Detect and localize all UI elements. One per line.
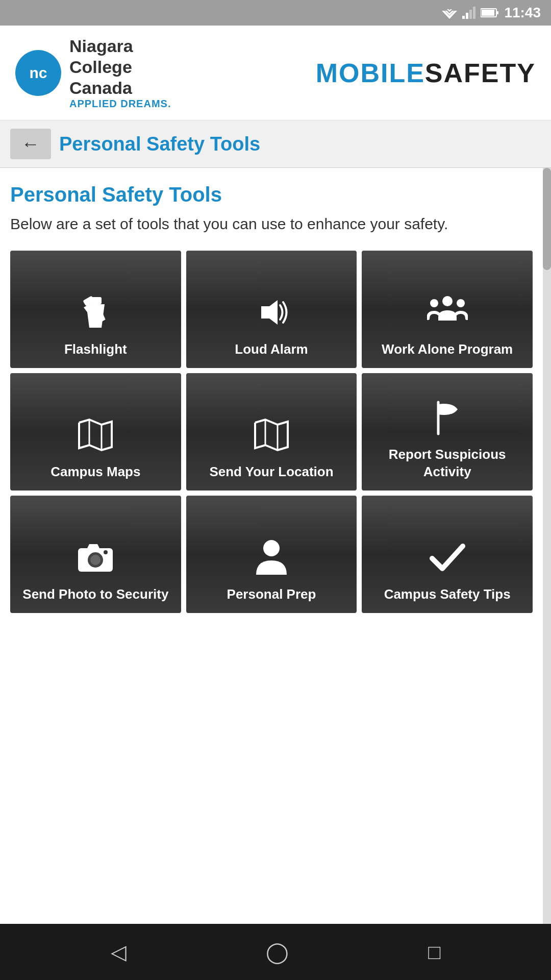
camera-icon — [75, 537, 116, 578]
logo-initials: nc — [29, 64, 47, 82]
tool-tile-send-location[interactable]: Send Your Location — [186, 373, 357, 491]
flag-icon — [427, 397, 468, 438]
college-tagline: APPLIED DREAMS. — [69, 98, 171, 110]
svg-point-27 — [263, 540, 280, 556]
svg-point-25 — [90, 555, 101, 565]
flashlight-icon — [75, 292, 116, 333]
tool-tile-work-alone[interactable]: Work Alone Program — [362, 251, 533, 368]
college-name: NiagaraCollegeCanada — [69, 36, 171, 98]
svg-marker-2 — [447, 9, 452, 12]
nav-bar-title: Personal Safety Tools — [59, 133, 260, 155]
campus-maps-label: Campus Maps — [51, 463, 140, 481]
app-title: MOBILESAFETY — [316, 58, 536, 88]
app-title-safety: SAFETY — [425, 58, 536, 88]
signal-icon — [462, 7, 475, 19]
svg-point-26 — [104, 550, 108, 554]
svg-rect-9 — [496, 11, 498, 14]
logo-text-block: NiagaraCollegeCanada APPLIED DREAMS. — [69, 36, 171, 110]
scrollbar[interactable] — [543, 168, 551, 924]
tool-tile-campus-maps[interactable]: Campus Maps — [10, 373, 181, 491]
personal-prep-label: Personal Prep — [227, 586, 316, 603]
svg-rect-5 — [469, 10, 472, 19]
scrollbar-thumb[interactable] — [543, 168, 551, 270]
tool-tile-flashlight[interactable]: Flashlight — [10, 251, 181, 368]
loud-alarm-label: Loud Alarm — [235, 341, 308, 358]
back-button[interactable]: ← — [10, 129, 51, 159]
work-alone-label: Work Alone Program — [382, 341, 513, 358]
svg-rect-3 — [462, 16, 465, 19]
status-time: 11:43 — [504, 5, 541, 21]
tool-tile-personal-prep[interactable]: Personal Prep — [186, 496, 357, 613]
nav-home-button[interactable]: ◯ — [266, 940, 289, 964]
map-icon-1 — [75, 414, 116, 455]
nav-back-button[interactable]: ◁ — [111, 940, 127, 964]
back-arrow-icon: ← — [21, 133, 40, 155]
tool-tile-report-suspicious[interactable]: Report Suspicious Activity — [362, 373, 533, 491]
status-bar: 11:43 — [0, 0, 551, 26]
svg-point-15 — [442, 296, 453, 306]
svg-point-16 — [430, 299, 438, 307]
logo-area: nc NiagaraCollegeCanada APPLIED DREAMS. — [15, 36, 171, 110]
section-title: Personal Safety Tools — [10, 183, 533, 206]
svg-rect-6 — [473, 7, 475, 19]
alarm-icon — [251, 292, 292, 333]
tool-tile-send-photo[interactable]: Send Photo to Security — [10, 496, 181, 613]
bottom-nav: ◁ ◯ □ — [0, 924, 551, 980]
send-photo-label: Send Photo to Security — [22, 586, 168, 603]
nav-bar: ← Personal Safety Tools — [0, 120, 551, 168]
app-title-mobile: MOBILE — [316, 58, 425, 88]
logo-circle: nc — [15, 50, 61, 96]
svg-rect-8 — [482, 10, 494, 16]
flashlight-label: Flashlight — [64, 341, 127, 358]
map-icon-2 — [251, 414, 292, 455]
campus-safety-label: Campus Safety Tips — [384, 586, 511, 603]
battery-icon — [481, 8, 499, 18]
svg-rect-4 — [466, 13, 468, 19]
report-suspicious-label: Report Suspicious Activity — [367, 446, 528, 481]
tools-grid: Flashlight Loud Alarm — [10, 251, 533, 613]
group-icon — [427, 292, 468, 333]
tool-tile-campus-safety[interactable]: Campus Safety Tips — [362, 496, 533, 613]
svg-point-17 — [457, 299, 465, 307]
app-header: nc NiagaraCollegeCanada APPLIED DREAMS. … — [0, 26, 551, 120]
nav-recent-button[interactable]: □ — [428, 941, 440, 964]
wifi-icon — [442, 7, 457, 19]
status-icons: 11:43 — [442, 5, 541, 21]
main-content: Personal Safety Tools Below are a set of… — [0, 168, 543, 924]
checkmark-icon — [427, 537, 468, 578]
tool-tile-loud-alarm[interactable]: Loud Alarm — [186, 251, 357, 368]
person-icon — [251, 537, 292, 578]
section-description: Below are a set of tools that you can us… — [10, 212, 533, 235]
send-location-label: Send Your Location — [209, 463, 333, 481]
